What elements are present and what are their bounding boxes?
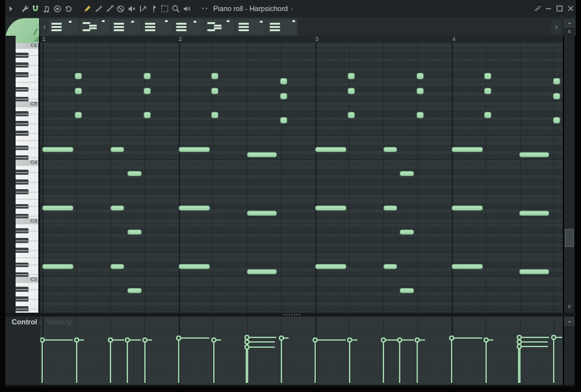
midi-note[interactable] [417,112,424,118]
stamp-button[interactable] [112,20,140,34]
velocity-handle[interactable] [244,345,250,350]
midi-note[interactable] [484,112,491,118]
midi-note[interactable] [315,205,346,211]
title-chevron[interactable]: › [291,5,293,12]
velocity-stem[interactable] [349,340,350,383]
piano-key-C5[interactable]: C5 [16,101,38,107]
midi-note[interactable] [383,147,397,152]
midi-note[interactable] [452,205,483,211]
midi-note[interactable] [348,88,355,94]
midi-note[interactable] [75,112,82,118]
midi-note[interactable] [179,205,210,211]
midi-note[interactable] [127,171,142,176]
maximize-button[interactable] [554,3,565,14]
velocity-stem[interactable] [553,337,554,383]
midi-note[interactable] [383,205,397,211]
midi-note[interactable] [519,211,549,216]
midi-note[interactable] [553,78,560,85]
magnet-icon[interactable] [30,3,41,14]
slice-tool-icon[interactable] [148,3,159,14]
stamp-scroll-left-button[interactable]: ‹ [40,20,49,34]
midi-note[interactable] [519,269,549,274]
midi-note[interactable] [42,147,73,152]
midi-note[interactable] [211,112,218,118]
velocity-stem[interactable] [42,340,43,383]
control-panel-label[interactable]: Control › [12,318,42,326]
midi-note[interactable] [42,264,73,269]
wrench-icon[interactable] [19,3,30,14]
midi-note[interactable] [144,88,151,94]
zoom-tool-icon[interactable] [170,3,181,14]
mute-tool-icon[interactable] [115,3,126,14]
midi-note[interactable] [42,205,73,211]
midi-note[interactable] [553,117,560,124]
midi-note[interactable] [75,88,82,94]
close-button[interactable] [565,3,576,14]
midi-note[interactable] [348,112,355,118]
midi-note[interactable] [519,152,549,157]
midi-note[interactable] [211,73,218,79]
stamp-button[interactable] [143,20,172,34]
brush-icon[interactable] [93,3,104,14]
piano-key-C2[interactable]: C2 [16,277,38,282]
velocity-stem[interactable] [76,340,77,383]
scrollbar-thumb[interactable] [565,229,574,247]
undo-icon[interactable] [63,3,74,14]
piano-key-C4[interactable]: C4 [16,160,38,165]
midi-note[interactable] [144,112,151,118]
velocity-stem[interactable] [178,338,179,383]
velocity-stem[interactable] [127,340,128,383]
midi-note[interactable] [247,211,277,216]
velocity-handle[interactable] [551,335,556,340]
midi-note[interactable] [247,269,277,274]
midi-note[interactable] [179,147,210,152]
velocity-handle[interactable] [484,337,489,343]
midi-note[interactable] [110,147,124,152]
velocity-handle[interactable] [211,337,216,343]
midi-note[interactable] [452,264,483,269]
stamp-button[interactable] [81,20,109,34]
velocity-handle[interactable] [142,337,148,343]
midi-note[interactable] [553,93,560,99]
velocity-stem[interactable] [383,340,384,383]
velocity-handle[interactable] [381,337,386,343]
midi-note[interactable] [211,88,218,94]
velocity-handle[interactable] [449,335,454,341]
midi-note[interactable] [400,171,414,176]
velocity-lane[interactable]: Velocity [40,317,563,386]
velocity-handle[interactable] [347,337,352,343]
delete-brush-icon[interactable] [104,3,115,14]
piano-keyboard[interactable]: C6C5C4C3C2 [16,43,38,313]
divider-grip-handle[interactable] [283,314,300,315]
midi-note[interactable] [484,73,491,79]
menu-arrow-icon[interactable] [5,3,16,14]
scroll-down-icon[interactable]: ∨ [564,303,575,309]
velocity-stem[interactable] [485,340,487,383]
velocity-stem[interactable] [110,340,111,383]
midi-note[interactable] [417,88,424,94]
window-title-group[interactable]: Piano roll - Harpsichord › [199,3,293,14]
midi-note[interactable] [315,264,346,269]
midi-note[interactable] [315,147,346,152]
stamp-button[interactable] [174,20,203,34]
note-grid[interactable] [40,43,563,313]
velocity-handle[interactable] [313,337,318,343]
velocity-stem[interactable] [144,340,146,383]
speaker-mute-icon[interactable] [126,3,137,14]
velocity-handle[interactable] [125,337,130,343]
target-selector-icon[interactable] [199,3,210,14]
midi-note[interactable] [484,88,491,94]
stamp-scroll-right-button[interactable]: › [551,20,562,34]
slide-tool-icon[interactable] [137,3,148,14]
control-scrollbar-menu-button[interactable] [564,317,575,326]
velocity-handle[interactable] [244,339,250,345]
vertical-scrollbar[interactable] [564,18,575,385]
midi-note[interactable] [247,152,277,157]
playback-tool-icon[interactable] [181,3,192,14]
midi-note[interactable] [417,73,424,79]
velocity-target-label[interactable]: Velocity [47,318,71,326]
midi-note[interactable] [144,73,151,79]
note-icon[interactable] [41,3,52,14]
minimize-button[interactable] [543,3,554,14]
velocity-stem[interactable] [417,340,418,383]
